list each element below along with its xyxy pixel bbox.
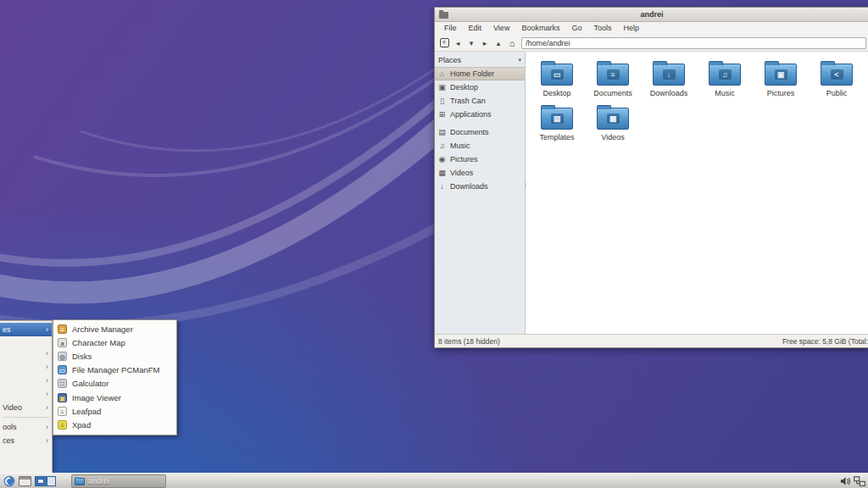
menu-help[interactable]: Help bbox=[617, 22, 645, 35]
folder-icon: ▣ bbox=[765, 64, 797, 86]
file-view: ▭ Desktop ≡ Documents ↓ Downloads ♫ Musi… bbox=[526, 52, 868, 334]
file-item-videos[interactable]: ▦ Videos bbox=[585, 103, 641, 147]
workspace-pager[interactable] bbox=[35, 476, 56, 486]
back-button[interactable]: ◂ bbox=[451, 36, 465, 50]
menu-item-category[interactable]: › bbox=[0, 387, 52, 401]
sidebar-item-music[interactable]: ♫ Music bbox=[435, 139, 525, 152]
submenu-arrow-icon: › bbox=[46, 403, 48, 412]
statusbar-items-count: 8 items (18 hidden) bbox=[438, 337, 500, 346]
submenu-arrow-icon: › bbox=[46, 423, 48, 431]
menubar: File Edit View Bookmarks Go Tools Help bbox=[435, 22, 868, 35]
sidebar-item-label: Applications bbox=[450, 110, 492, 119]
folder-icon: ↓ bbox=[653, 64, 685, 86]
menu-file[interactable]: File bbox=[438, 22, 463, 35]
up-button[interactable]: ▴ bbox=[492, 36, 505, 50]
menu-tools[interactable]: Tools bbox=[587, 22, 617, 35]
screen: andrei File Edit View Bookmarks Go Tools… bbox=[0, 0, 868, 488]
submenu-item-file-manager-pcmanfm[interactable]: ▭ File Manager PCManFM bbox=[53, 363, 176, 377]
submenu-item-label: Xpad bbox=[72, 420, 91, 430]
start-menu-button[interactable] bbox=[1, 474, 17, 488]
window-titlebar[interactable]: andrei bbox=[435, 8, 868, 22]
folder-icon: ▦ bbox=[597, 108, 629, 130]
submenu-item-label: Disks bbox=[72, 352, 92, 361]
workspace-2[interactable] bbox=[47, 477, 55, 485]
places-header-dropdown[interactable]: Places ▾ bbox=[435, 53, 525, 67]
home-icon: ⌂ bbox=[509, 38, 515, 48]
accessories-submenu: ≡ Archive Manager a Character Map ◍ Disk… bbox=[53, 319, 177, 435]
menu-item-category[interactable]: › bbox=[0, 360, 52, 374]
submenu-item-image-viewer[interactable]: ▣ Image Viewer bbox=[53, 391, 176, 404]
trash-icon: ▯ bbox=[437, 97, 447, 105]
new-tab-button[interactable]: + bbox=[437, 36, 451, 50]
music-emblem-icon: ♫ bbox=[719, 69, 732, 80]
file-label: Music bbox=[715, 89, 735, 97]
chevron-down-icon: ▾ bbox=[518, 57, 521, 64]
submenu-arrow-icon: › bbox=[46, 390, 48, 398]
show-desktop-button[interactable] bbox=[19, 476, 31, 486]
folder-icon: ▭ bbox=[541, 64, 573, 86]
videos-emblem-icon: ▦ bbox=[607, 114, 620, 124]
folder-icon: ♫ bbox=[709, 64, 741, 86]
submenu-item-leafpad[interactable]: ≡ Leafpad bbox=[53, 404, 176, 418]
menu-item-label: es bbox=[3, 325, 11, 334]
submenu-item-character-map[interactable]: a Character Map bbox=[53, 336, 176, 349]
file-item-pictures[interactable]: ▣ Pictures bbox=[753, 58, 809, 103]
menu-edit[interactable]: Edit bbox=[463, 22, 488, 35]
network-icon[interactable] bbox=[854, 476, 865, 486]
downloads-emblem-icon: ↓ bbox=[663, 69, 676, 80]
file-label: Templates bbox=[539, 133, 574, 141]
workspace-1[interactable] bbox=[36, 477, 47, 485]
leafpad-icon: ≡ bbox=[58, 407, 67, 416]
sidebar-item-trash-can[interactable]: ▯ Trash Can bbox=[435, 94, 525, 108]
submenu-item-archive-manager[interactable]: ≡ Archive Manager bbox=[53, 322, 176, 336]
submenu-item-galculator[interactable]: ∷ Galculator bbox=[53, 377, 176, 391]
submenu-item-disks[interactable]: ◍ Disks bbox=[53, 349, 176, 363]
menu-item-preferences[interactable]: ces › bbox=[0, 434, 52, 447]
menu-item-accessories[interactable]: es › bbox=[0, 323, 52, 336]
history-dropdown-button[interactable]: ▾ bbox=[465, 36, 478, 50]
share-emblem-icon: < bbox=[831, 69, 843, 80]
menu-item-category[interactable]: › bbox=[0, 374, 52, 387]
downloads-icon: ↓ bbox=[437, 182, 447, 191]
submenu-item-xpad[interactable]: ≡ Xpad bbox=[53, 418, 176, 431]
menu-separator bbox=[3, 417, 49, 418]
sidebar-item-applications[interactable]: ⊞ Applications bbox=[435, 108, 525, 121]
file-item-music[interactable]: ♫ Music bbox=[697, 58, 753, 103]
menu-item-sound-video[interactable]: Video › bbox=[0, 401, 52, 414]
submenu-arrow-icon: › bbox=[46, 436, 48, 445]
taskbar-window-button[interactable]: andrei bbox=[71, 474, 166, 488]
sidebar-item-desktop[interactable]: ▣ Desktop bbox=[435, 80, 525, 94]
file-label: Videos bbox=[601, 133, 624, 141]
calculator-icon: ∷ bbox=[58, 379, 67, 388]
sidebar-item-pictures[interactable]: ◉ Pictures bbox=[435, 152, 525, 166]
file-label: Pictures bbox=[767, 89, 795, 97]
menu-item-system-tools[interactable]: ools › bbox=[0, 420, 52, 434]
menu-item-category[interactable]: › bbox=[0, 347, 52, 360]
file-item-desktop[interactable]: ▭ Desktop bbox=[529, 58, 585, 103]
file-item-public[interactable]: < Public bbox=[809, 58, 865, 103]
menu-bookmarks[interactable]: Bookmarks bbox=[515, 22, 565, 35]
documents-emblem-icon: ≡ bbox=[607, 69, 620, 80]
forward-button[interactable]: ▸ bbox=[478, 36, 492, 50]
volume-icon[interactable] bbox=[840, 476, 851, 486]
home-button[interactable]: ⌂ bbox=[505, 36, 519, 50]
menu-go[interactable]: Go bbox=[565, 22, 587, 35]
sidebar-item-documents[interactable]: ▤ Documents bbox=[435, 125, 525, 139]
videos-icon: ▦ bbox=[437, 169, 447, 177]
desktop-emblem-icon: ▭ bbox=[551, 69, 564, 80]
file-item-templates[interactable]: ▤ Templates bbox=[529, 103, 585, 147]
lubuntu-logo-icon bbox=[3, 475, 15, 487]
path-input[interactable] bbox=[521, 37, 866, 49]
menu-view[interactable]: View bbox=[487, 22, 515, 35]
sidebar-item-label: Downloads bbox=[450, 182, 488, 191]
pane-splitter-handle[interactable]: ⋮ bbox=[522, 181, 527, 189]
sidebar-item-home-folder[interactable]: ⌂ Home Folder bbox=[435, 67, 525, 80]
sidebar-item-downloads[interactable]: ↓ Downloads bbox=[435, 180, 525, 193]
file-item-downloads[interactable]: ↓ Downloads bbox=[641, 58, 697, 103]
sidebar-item-videos[interactable]: ▦ Videos bbox=[435, 166, 525, 180]
folder-icon: ≡ bbox=[597, 64, 629, 86]
taskbar-window-label: andrei bbox=[88, 477, 109, 485]
desktop-icon: ▣ bbox=[437, 83, 447, 92]
sidebar-item-label: Desktop bbox=[450, 83, 478, 92]
file-item-documents[interactable]: ≡ Documents bbox=[585, 58, 641, 103]
